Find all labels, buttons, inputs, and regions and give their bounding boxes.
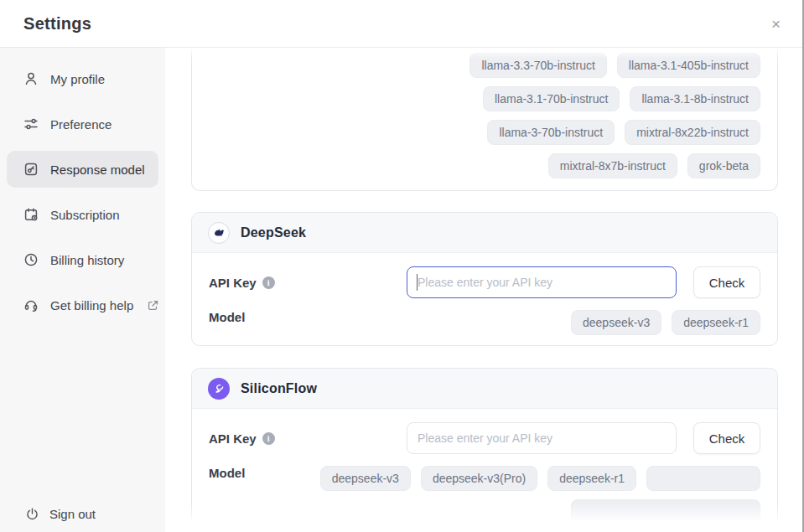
settings-content-panel: llama-3.3-70b-instruct llama-3.1-405b-in… bbox=[165, 48, 804, 532]
model-chip[interactable]: deepseek-v3 bbox=[571, 310, 661, 335]
page-title: Settings bbox=[23, 14, 91, 34]
model-chip[interactable]: deepseek-v3 bbox=[320, 466, 411, 491]
sidebar-item-response-model[interactable]: Response model bbox=[7, 151, 158, 188]
model-chip[interactable]: llama-3.3-70b-instruct bbox=[469, 53, 606, 78]
api-key-input[interactable] bbox=[407, 266, 677, 298]
settings-dialog: Settings × My profile Preference Respons… bbox=[0, 0, 804, 532]
provider-name: DeepSeek bbox=[241, 225, 306, 240]
user-icon bbox=[23, 71, 39, 86]
external-link-icon bbox=[147, 299, 159, 312]
clock-icon bbox=[23, 252, 39, 267]
headset-icon bbox=[23, 297, 39, 312]
api-key-input[interactable] bbox=[407, 422, 677, 454]
model-label: Model bbox=[209, 466, 245, 480]
sidebar-item-label: Billing history bbox=[50, 253, 124, 267]
provider-card-deepseek: DeepSeek API Key i Check Mod bbox=[191, 212, 778, 346]
sidebar-item-label: Subscription bbox=[50, 208, 120, 222]
model-chip[interactable]: llama-3-70b-instruct bbox=[487, 120, 615, 145]
model-chip[interactable]: llama-3.1-8b-instruct bbox=[630, 86, 760, 111]
sidebar-item-preference[interactable]: Preference bbox=[7, 106, 158, 142]
model-chip[interactable]: mixtral-8x7b-instruct bbox=[548, 153, 677, 178]
provider-card-siliconflow: SiliconFlow API Key i Check bbox=[191, 368, 778, 532]
api-key-label: API Key bbox=[209, 276, 257, 290]
provider-card-header: SiliconFlow bbox=[192, 369, 777, 409]
provider-card-header: DeepSeek bbox=[192, 213, 777, 253]
siliconflow-logo-icon bbox=[208, 378, 230, 400]
provider-card-clipped: llama-3.3-70b-instruct llama-3.1-405b-in… bbox=[191, 48, 778, 191]
model-chip-partial[interactable] bbox=[646, 466, 760, 491]
close-icon[interactable]: × bbox=[771, 16, 781, 32]
deepseek-whale-glyph bbox=[212, 226, 226, 240]
sidebar-item-subscription[interactable]: Subscription bbox=[7, 196, 158, 233]
model-chip[interactable]: deepseek-v3(Pro) bbox=[421, 466, 537, 491]
power-icon bbox=[25, 507, 39, 521]
model-row: Model deepseek-v3 deepseek-v3(Pro) deeps… bbox=[209, 466, 760, 524]
model-chip[interactable]: grok-beta bbox=[687, 153, 760, 178]
deepseek-logo-icon bbox=[208, 222, 230, 244]
model-row: Model deepseek-v3 deepseek-r1 bbox=[209, 310, 760, 335]
sidebar-item-my-profile[interactable]: My profile bbox=[7, 60, 158, 97]
siliconflow-glyph bbox=[212, 382, 226, 395]
model-label: Model bbox=[209, 310, 245, 324]
sidebar-item-billing-history[interactable]: Billing history bbox=[7, 241, 158, 278]
model-chip[interactable]: mixtral-8x22b-instruct bbox=[625, 120, 760, 145]
sidebar: My profile Preference Response model Sub… bbox=[0, 48, 165, 532]
sidebar-item-label: Get billing help bbox=[50, 298, 133, 312]
api-key-row: API Key i Check bbox=[209, 266, 760, 298]
model-chip[interactable]: llama-3.1-70b-instruct bbox=[483, 86, 620, 111]
model-chip[interactable]: deepseek-r1 bbox=[672, 310, 760, 335]
model-chip-partial[interactable] bbox=[571, 499, 760, 524]
check-button[interactable]: Check bbox=[693, 266, 760, 298]
check-button[interactable]: Check bbox=[693, 422, 760, 454]
sign-out-button[interactable]: Sign out bbox=[25, 507, 96, 521]
sidebar-item-label: My profile bbox=[50, 72, 105, 86]
key-box-icon bbox=[23, 162, 39, 177]
model-chip[interactable]: deepseek-r1 bbox=[547, 466, 636, 491]
sliders-icon bbox=[23, 116, 39, 132]
model-chip[interactable]: llama-3.1-405b-instruct bbox=[617, 53, 760, 78]
sidebar-item-label: Preference bbox=[50, 117, 112, 132]
calendar-icon bbox=[23, 207, 39, 222]
info-icon[interactable]: i bbox=[262, 432, 275, 445]
sidebar-item-label: Response model bbox=[50, 163, 145, 177]
api-key-label: API Key bbox=[209, 431, 257, 446]
scroll-area: llama-3.3-70b-instruct llama-3.1-405b-in… bbox=[191, 48, 778, 532]
sidebar-item-get-billing-help[interactable]: Get billing help bbox=[7, 287, 158, 323]
info-icon[interactable]: i bbox=[262, 276, 275, 289]
provider-name: SiliconFlow bbox=[241, 381, 317, 396]
dialog-header: Settings × bbox=[0, 0, 804, 48]
sign-out-label: Sign out bbox=[49, 507, 96, 521]
api-key-row: API Key i Check bbox=[209, 422, 760, 454]
